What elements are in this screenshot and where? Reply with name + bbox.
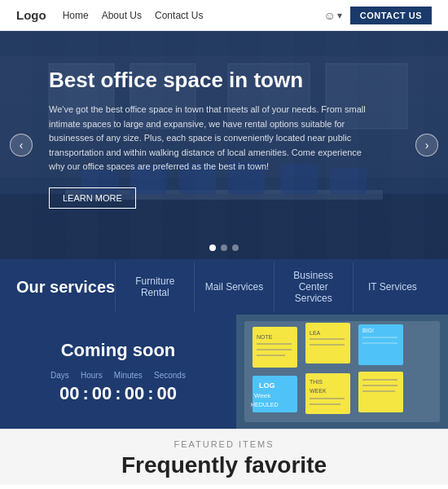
nav-about[interactable]: About Us — [102, 10, 142, 21]
seconds-value: 00 — [156, 383, 176, 404]
nav-links: Home About Us Contact Us — [63, 10, 324, 21]
services-heading: Our services — [16, 278, 115, 297]
account-icon: ☺ — [323, 9, 335, 22]
label-minutes: Minutes — [114, 371, 143, 380]
countdown-timer: 00 : 00 : 00 : 00 — [59, 383, 177, 404]
logo: Logo — [16, 8, 46, 22]
days-value: 00 — [59, 383, 79, 404]
sep-3: : — [147, 383, 153, 404]
label-hours: Hours — [81, 371, 103, 380]
hero-dot-3[interactable] — [232, 244, 239, 251]
nav-contact[interactable]: Contact Us — [155, 10, 203, 21]
countdown-labels: Days Hours Minutes Seconds — [45, 371, 191, 380]
hero-dots — [209, 244, 239, 251]
svg-text:HEDULED: HEDULED — [251, 402, 278, 408]
svg-rect-21 — [358, 372, 403, 412]
coming-soon-image: NOTE LEA BIG! LOG Week HEDULED THIS WEEK — [236, 315, 448, 429]
label-seconds: Seconds — [154, 371, 186, 380]
hero-title: Best office space in town — [49, 68, 399, 93]
featured-label: FEATURED ITEMS — [0, 439, 448, 449]
hero-description: We've got the best office space in town … — [49, 103, 375, 174]
svg-text:BIG!: BIG! — [362, 328, 374, 333]
services-list: Furniture Rental Mail Services Business … — [115, 262, 432, 311]
svg-text:WEEK: WEEK — [310, 388, 327, 394]
featured-section: FEATURED ITEMS Frequently favorite — [0, 429, 448, 485]
navbar: Logo Home About Us Contact Us ☺ ▾ CONTAC… — [0, 0, 448, 31]
account-chevron: ▾ — [337, 10, 342, 21]
sticky-notes-svg: NOTE LEA BIG! LOG Week HEDULED THIS WEEK — [236, 315, 448, 429]
svg-text:NOTE: NOTE — [257, 334, 273, 340]
service-it-services[interactable]: IT Services — [353, 262, 432, 311]
coming-soon-section: Coming soon Days Hours Minutes Seconds 0… — [0, 315, 448, 429]
nav-right: ☺ ▾ CONTACT US — [323, 7, 432, 24]
svg-text:LOG: LOG — [259, 381, 275, 390]
hero-dot-2[interactable] — [221, 244, 227, 251]
hero-content: Best office space in town We've got the … — [0, 31, 448, 209]
hero-prev-button[interactable]: ‹ — [10, 134, 33, 156]
sep-2: : — [115, 383, 121, 404]
hours-value: 00 — [92, 383, 112, 404]
svg-text:THIS: THIS — [310, 379, 323, 385]
services-bar: Our services Furniture Rental Mail Servi… — [0, 259, 448, 315]
hero-cta-button[interactable]: LEARN MORE — [49, 187, 136, 209]
coming-soon-title: Coming soon — [61, 340, 176, 361]
nav-home[interactable]: Home — [63, 10, 89, 21]
svg-text:Week: Week — [254, 392, 271, 399]
hero-next-button[interactable]: › — [415, 134, 438, 156]
svg-rect-16 — [253, 327, 297, 368]
label-days: Days — [51, 371, 69, 380]
hero-section: ‹ Best office space in town We've got th… — [0, 31, 448, 259]
coming-soon-left: Coming soon Days Hours Minutes Seconds 0… — [0, 315, 236, 429]
contact-button[interactable]: CONTACT US — [350, 7, 432, 24]
service-furniture-rental[interactable]: Furniture Rental — [115, 262, 194, 311]
minutes-value: 00 — [125, 383, 144, 404]
hero-dot-1[interactable] — [209, 244, 216, 251]
featured-title: Frequently favorite — [0, 452, 448, 478]
service-business-center[interactable]: Business Center Services — [274, 262, 353, 311]
svg-rect-17 — [305, 323, 350, 363]
svg-text:LEA: LEA — [310, 330, 321, 336]
sep-1: : — [83, 383, 89, 404]
account-menu[interactable]: ☺ ▾ — [323, 9, 341, 22]
service-mail-services[interactable]: Mail Services — [194, 262, 273, 311]
